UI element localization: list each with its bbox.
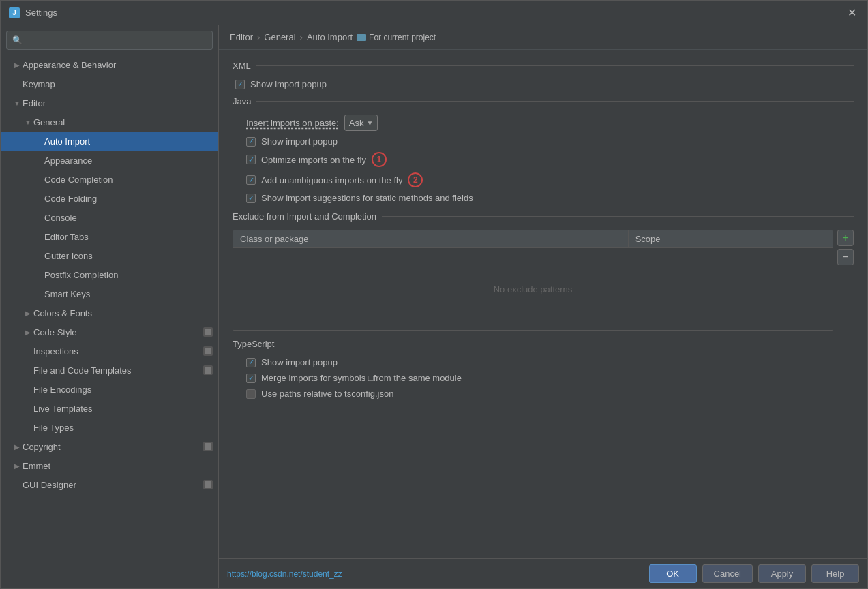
exclude-divider	[382, 216, 854, 217]
sidebar-label-copyright: Copyright	[23, 442, 61, 452]
sidebar-label-gutter-icons: Gutter Icons	[44, 251, 93, 261]
sidebar-label-general: General	[33, 117, 65, 127]
add-unambiguous-checkbox[interactable]	[246, 175, 256, 185]
settings-main-panel: Editor › General › Auto Import For curre…	[219, 25, 867, 588]
sidebar-item-code-folding[interactable]: Code Folding	[1, 189, 218, 208]
show-suggestions-row: Show import suggestions for static metho…	[233, 193, 854, 203]
close-button[interactable]: ✕	[845, 3, 859, 22]
dialog-buttons: OK Cancel Apply Help	[649, 564, 859, 583]
remove-exclude-button[interactable]: −	[837, 249, 854, 265]
sidebar-item-smart-keys[interactable]: Smart Keys	[1, 284, 218, 303]
sidebar-item-file-types[interactable]: File Types	[1, 418, 218, 437]
sidebar-item-live-templates[interactable]: Live Templates	[1, 399, 218, 418]
xml-show-import-popup-checkbox-wrapper[interactable]: Show import popup	[235, 79, 327, 89]
ts-show-import-popup-label: Show import popup	[261, 357, 338, 367]
ts-use-paths-label: Use paths relative to tsconfig.json	[261, 389, 393, 399]
show-suggestions-wrapper[interactable]: Show import suggestions for static metho…	[246, 193, 473, 203]
sidebar-item-inspections[interactable]: Inspections	[1, 342, 218, 361]
no-patterns-text: No exclude patterns	[494, 284, 573, 294]
project-icon	[357, 34, 366, 41]
show-suggestions-checkbox[interactable]	[246, 194, 256, 203]
tree-arrow-auto-import	[33, 136, 44, 147]
footer-link[interactable]: https://blog.csdn.net/student_zz	[227, 569, 342, 579]
ts-show-import-popup-checkbox[interactable]	[246, 358, 256, 367]
add-unambiguous-wrapper[interactable]: Add unambiguous imports on the fly	[246, 175, 402, 185]
search-input[interactable]	[27, 35, 207, 46]
breadcrumb-sep-1: ›	[257, 32, 260, 42]
xml-show-import-popup-checkbox[interactable]	[235, 80, 245, 89]
sidebar-item-emmet[interactable]: Emmet	[1, 456, 218, 475]
ts-use-paths-wrapper[interactable]: Use paths relative to tsconfig.json	[246, 389, 393, 399]
tree-arrow-console	[33, 212, 44, 223]
sidebar-item-keymap[interactable]: Keymap	[1, 74, 218, 93]
tree-arrow-file-types	[23, 422, 33, 433]
breadcrumb-general: General	[264, 32, 295, 42]
col-scope: Scope	[629, 230, 833, 247]
tree-arrow-emmet	[12, 460, 23, 471]
tree-arrow-smart-keys	[33, 288, 44, 299]
col-class-package: Class or package	[233, 230, 629, 247]
typescript-label: TypeScript	[233, 339, 274, 349]
sidebar-label-colors-fonts: Colors & Fonts	[33, 308, 92, 318]
sidebar-item-general[interactable]: General	[1, 112, 218, 132]
ts-merge-imports-row: Merge imports for symbols □from the same…	[233, 373, 854, 383]
app-icon: J	[9, 7, 20, 18]
add-unambiguous-label: Add unambiguous imports on the fly	[261, 175, 402, 185]
sidebar-item-code-style[interactable]: Code Style	[1, 322, 218, 342]
add-exclude-button[interactable]: +	[837, 230, 854, 246]
sidebar-item-postfix-completion[interactable]: Postfix Completion	[1, 265, 218, 284]
ts-use-paths-row: Use paths relative to tsconfig.json	[233, 389, 854, 399]
optimize-imports-wrapper[interactable]: Optimize imports on the fly	[246, 155, 366, 165]
ts-merge-imports-checkbox[interactable]	[246, 374, 256, 383]
sidebar-label-inspections: Inspections	[33, 346, 78, 357]
tree-arrow-code-folding	[33, 193, 44, 204]
apply-button[interactable]: Apply	[758, 564, 806, 583]
typescript-divider	[280, 344, 854, 344]
help-button[interactable]: Help	[811, 564, 859, 583]
file-code-templates-badge	[203, 365, 213, 375]
search-box[interactable]: 🔍	[6, 31, 213, 50]
sidebar-label-live-templates: Live Templates	[33, 404, 92, 414]
sidebar-label-file-types: File Types	[33, 423, 74, 433]
insert-imports-dropdown[interactable]: Ask ▼	[344, 115, 378, 131]
xml-section-header: XML	[233, 61, 854, 71]
java-show-import-popup-checkbox[interactable]	[246, 137, 256, 147]
show-suggestions-label: Show import suggestions for static metho…	[261, 193, 473, 203]
sidebar-item-appearance-behavior[interactable]: Appearance & Behavior	[1, 55, 218, 74]
sidebar-item-appearance[interactable]: Appearance	[1, 151, 218, 170]
copyright-badge	[203, 442, 213, 451]
sidebar-item-console[interactable]: Console	[1, 208, 218, 227]
java-show-import-popup-label: Show import popup	[261, 136, 338, 147]
sidebar-item-editor-tabs[interactable]: Editor Tabs	[1, 227, 218, 246]
cancel-button[interactable]: Cancel	[702, 564, 753, 583]
sidebar-item-file-encodings[interactable]: File Encodings	[1, 380, 218, 399]
ts-merge-imports-wrapper[interactable]: Merge imports for symbols □from the same…	[246, 373, 462, 383]
breadcrumb-project-label: For current project	[369, 33, 436, 42]
sidebar-item-gutter-icons[interactable]: Gutter Icons	[1, 246, 218, 265]
tree-arrow-file-encodings	[23, 384, 33, 395]
exclude-table-wrapper: Class or package Scope No exclude patter…	[233, 230, 854, 331]
sidebar-item-code-completion[interactable]: Code Completion	[1, 170, 218, 189]
optimize-imports-checkbox[interactable]	[246, 155, 256, 164]
sidebar-item-editor[interactable]: Editor	[1, 93, 218, 112]
ts-show-import-popup-wrapper[interactable]: Show import popup	[246, 357, 338, 367]
insert-imports-label: Insert imports on paste:	[246, 118, 339, 128]
sidebar-label-postfix-completion: Postfix Completion	[44, 270, 118, 280]
sidebar-item-colors-fonts[interactable]: Colors & Fonts	[1, 303, 218, 322]
java-show-import-popup-wrapper[interactable]: Show import popup	[246, 136, 338, 147]
sidebar-item-copyright[interactable]: Copyright	[1, 437, 218, 456]
ts-use-paths-checkbox[interactable]	[246, 389, 256, 399]
ok-button[interactable]: OK	[649, 564, 697, 583]
sidebar-item-auto-import[interactable]: Auto Import	[1, 132, 218, 151]
sidebar-label-smart-keys: Smart Keys	[44, 289, 90, 299]
dropdown-arrow: ▼	[367, 119, 374, 127]
tree-arrow-colors-fonts	[23, 307, 33, 318]
tree-arrow-live-templates	[23, 403, 33, 414]
java-section-header: Java	[233, 96, 854, 106]
sidebar-item-file-code-templates[interactable]: File and Code Templates	[1, 361, 218, 380]
add-unambiguous-row: Add unambiguous imports on the fly 2	[233, 172, 854, 187]
tree-arrow-code-style	[23, 327, 33, 337]
sidebar-item-gui-designer[interactable]: GUI Designer	[1, 475, 218, 494]
java-divider	[256, 101, 854, 102]
exclude-label: Exclude from Import and Completion	[233, 211, 376, 222]
